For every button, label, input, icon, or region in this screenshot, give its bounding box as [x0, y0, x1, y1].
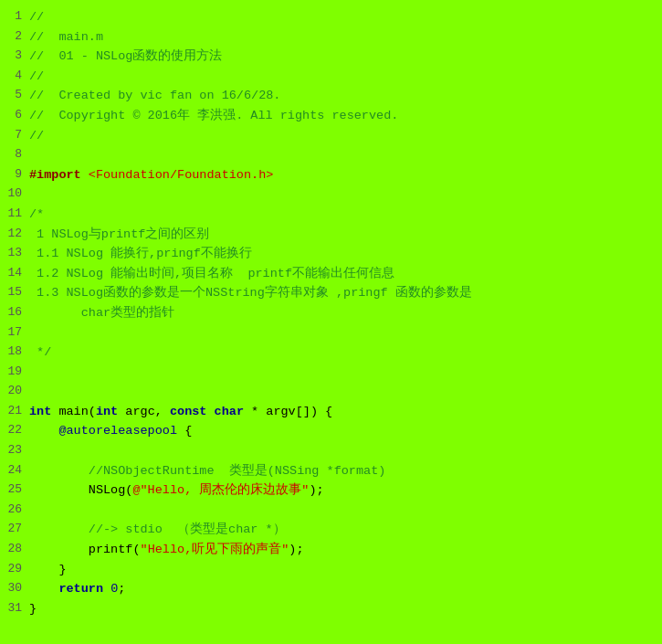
code-line: 21int main(int argc, const char * argv[]… [0, 402, 662, 422]
code-line: 13 1.1 NSLog 能换行,pringf不能换行 [0, 244, 662, 264]
line-content: // [29, 67, 658, 87]
line-number: 2 [4, 27, 29, 47]
code-line: 12 1 NSLog与printf之间的区别 [0, 225, 662, 245]
line-number: 30 [4, 579, 29, 598]
code-line: 28 printf("Hello,听见下雨的声音"); [0, 540, 662, 560]
line-number: 19 [4, 363, 29, 382]
code-line: 11/* [0, 205, 662, 225]
line-content: // [29, 126, 658, 146]
code-line: 29 } [0, 560, 662, 580]
line-content: // Copyright © 2016年 李洪强. All rights res… [29, 106, 658, 126]
code-editor: 1//2// main.m3// 01 - NSLog函数的使用方法4//5//… [0, 0, 662, 644]
line-number: 26 [4, 501, 29, 520]
code-line: 6// Copyright © 2016年 李洪强. All rights re… [0, 106, 662, 126]
code-line: 30 return 0; [0, 579, 662, 599]
line-content: // Created by vic fan on 16/6/28. [29, 86, 658, 106]
line-number: 8 [4, 145, 29, 164]
line-number: 5 [4, 86, 29, 105]
code-line: 25 NSLog(@"Hello, 周杰伦的床边故事"); [0, 480, 662, 501]
line-content: 1.2 NSLog 能输出时间,项目名称 printf不能输出任何信息 [29, 264, 658, 284]
code-line: 24 //NSObjectRuntime 类型是(NSSing *format) [0, 461, 662, 481]
line-number: 12 [4, 225, 29, 244]
line-content [29, 441, 658, 461]
line-content: } [29, 560, 658, 580]
line-content [29, 363, 658, 383]
line-content: // [29, 7, 658, 27]
code-line: 5// Created by vic fan on 16/6/28. [0, 86, 662, 106]
code-line: 14 1.2 NSLog 能输出时间,项目名称 printf不能输出任何信息 [0, 264, 662, 284]
code-line: 23 [0, 441, 662, 461]
line-number: 28 [4, 540, 29, 559]
code-line: 2// main.m [0, 27, 662, 48]
line-content [29, 382, 658, 402]
code-line: 3// 01 - NSLog函数的使用方法 [0, 47, 662, 67]
code-line: 31} [0, 599, 662, 619]
code-line: 4// [0, 67, 662, 87]
line-number: 24 [4, 461, 29, 480]
line-number: 15 [4, 283, 29, 302]
code-line: 22 @autoreleasepool { [0, 421, 662, 441]
code-line: 8 [0, 145, 662, 165]
line-number: 4 [4, 67, 29, 86]
code-line: 1// [0, 7, 662, 27]
line-content [29, 145, 658, 165]
line-number: 1 [4, 7, 29, 26]
line-number: 21 [4, 402, 29, 421]
line-content: 1.3 NSLog函数的参数是一个NSString字符串对象 ,pringf 函… [29, 283, 658, 303]
line-content: char类型的指针 [29, 303, 658, 323]
line-content: // 01 - NSLog函数的使用方法 [29, 47, 658, 67]
line-content: /* [29, 205, 658, 225]
line-content: return 0; [29, 579, 658, 599]
code-line: 19 [0, 363, 662, 383]
line-content: //NSObjectRuntime 类型是(NSSing *format) [29, 461, 658, 481]
line-number: 7 [4, 126, 29, 145]
line-number: 31 [4, 599, 29, 618]
code-line: 20 [0, 382, 662, 402]
line-number: 20 [4, 382, 29, 401]
line-content: // main.m [29, 27, 658, 48]
line-number: 14 [4, 264, 29, 283]
line-content: #import <Foundation/Foundation.h> [29, 165, 658, 185]
line-number: 23 [4, 441, 29, 460]
line-number: 25 [4, 480, 29, 500]
line-number: 18 [4, 343, 29, 362]
line-content: 1.1 NSLog 能换行,pringf不能换行 [29, 244, 658, 264]
line-number: 13 [4, 244, 29, 263]
line-number: 3 [4, 47, 29, 66]
line-number: 11 [4, 205, 29, 224]
line-content [29, 185, 658, 205]
code-line: 17 [0, 323, 662, 343]
line-number: 29 [4, 560, 29, 579]
line-content: 1 NSLog与printf之间的区别 [29, 225, 658, 245]
code-line: 18 */ [0, 343, 662, 363]
line-number: 9 [4, 165, 29, 185]
line-content: */ [29, 343, 658, 363]
code-line: 7// [0, 126, 662, 146]
line-content [29, 501, 658, 521]
line-content [29, 323, 658, 343]
line-content: //-> stdio （类型是char *） [29, 520, 658, 540]
line-content: NSLog(@"Hello, 周杰伦的床边故事"); [29, 480, 658, 501]
line-content: printf("Hello,听见下雨的声音"); [29, 540, 658, 560]
line-number: 22 [4, 421, 29, 440]
line-number: 6 [4, 106, 29, 125]
line-content: } [29, 599, 658, 619]
line-content: @autoreleasepool { [29, 421, 658, 441]
line-number: 27 [4, 520, 29, 539]
code-line: 10 [0, 185, 662, 205]
code-line: 27 //-> stdio （类型是char *） [0, 520, 662, 540]
line-number: 17 [4, 323, 29, 343]
line-content: int main(int argc, const char * argv[]) … [29, 402, 658, 422]
line-number: 16 [4, 303, 29, 322]
code-line: 26 [0, 501, 662, 521]
code-line: 9#import <Foundation/Foundation.h> [0, 165, 662, 185]
code-line: 15 1.3 NSLog函数的参数是一个NSString字符串对象 ,pring… [0, 283, 662, 303]
code-line: 16 char类型的指针 [0, 303, 662, 323]
line-number: 10 [4, 185, 29, 204]
